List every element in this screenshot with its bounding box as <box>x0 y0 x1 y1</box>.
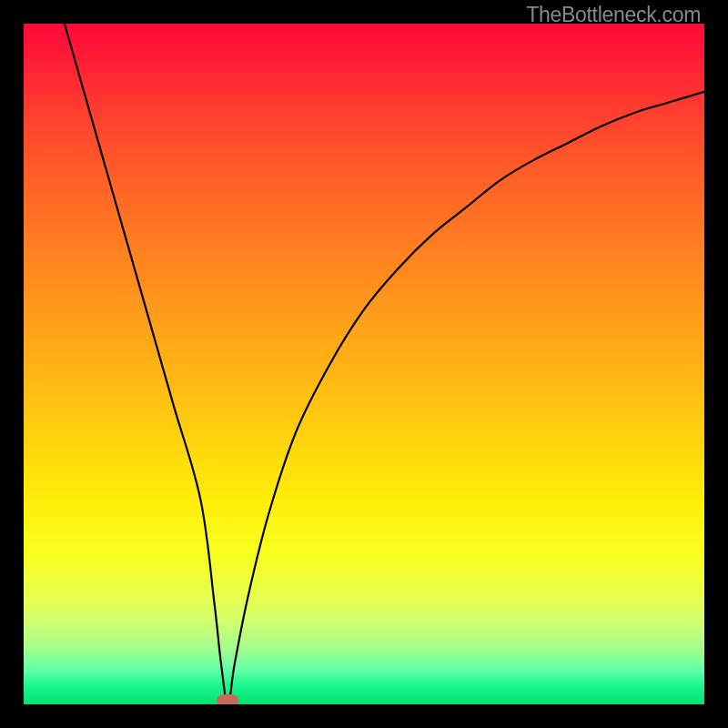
chart-frame: TheBottleneck.com <box>0 0 728 728</box>
curve-svg <box>24 24 704 704</box>
plot-area <box>24 24 704 704</box>
bottleneck-curve <box>65 24 704 704</box>
minimum-marker <box>217 694 238 704</box>
